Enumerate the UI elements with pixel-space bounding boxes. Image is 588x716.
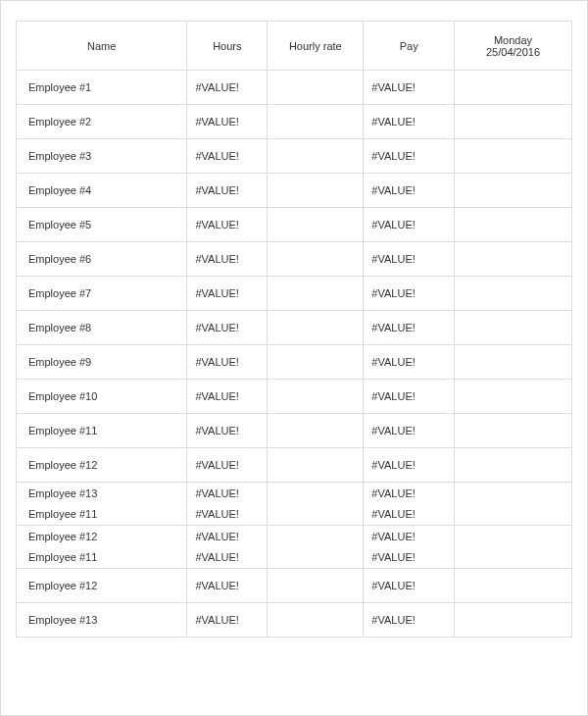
cell-name: Employee #1 [17, 71, 187, 105]
cell-rate [268, 483, 364, 504]
table-row: Employee #11#VALUE!#VALUE! [17, 504, 572, 526]
cell-rate [268, 569, 364, 603]
table-row: Employee #10#VALUE!#VALUE! [17, 380, 572, 414]
cell-name: Employee #2 [17, 105, 187, 139]
col-header-date: Monday 25/04/2016 [455, 22, 572, 71]
cell-hours: #VALUE! [187, 345, 268, 380]
col-header-date-value: 25/04/2016 [486, 46, 540, 58]
table-body: Employee #1#VALUE!#VALUE!Employee #2#VAL… [17, 71, 572, 638]
cell-hours: #VALUE! [187, 311, 268, 345]
cell-date [455, 174, 572, 208]
cell-date [455, 311, 572, 345]
cell-pay: #VALUE! [364, 242, 455, 277]
cell-date [455, 483, 572, 504]
cell-rate [268, 105, 364, 139]
table-row: Employee #12#VALUE!#VALUE! [17, 448, 572, 483]
cell-pay: #VALUE! [364, 526, 455, 547]
cell-pay: #VALUE! [364, 569, 455, 603]
cell-hours: #VALUE! [187, 483, 268, 504]
page-frame: Name Hours Hourly rate Pay Monday 25/04/… [0, 0, 588, 716]
cell-rate [268, 380, 364, 414]
cell-rate [268, 242, 364, 277]
cell-rate [268, 174, 364, 208]
cell-date [455, 526, 572, 547]
col-header-date-day: Monday [494, 34, 532, 46]
table-row: Employee #13#VALUE!#VALUE! [17, 603, 572, 638]
cell-name: Employee #13 [17, 603, 187, 638]
table-row: Employee #7#VALUE!#VALUE! [17, 277, 572, 311]
cell-date [455, 105, 572, 139]
cell-name: Employee #10 [17, 380, 187, 414]
cell-name: Employee #12 [17, 526, 187, 547]
table-row: Employee #11#VALUE!#VALUE! [17, 547, 572, 569]
table-row: Employee #8#VALUE!#VALUE! [17, 311, 572, 345]
table-header-row: Name Hours Hourly rate Pay Monday 25/04/… [17, 22, 572, 71]
cell-hours: #VALUE! [187, 414, 268, 448]
cell-hours: #VALUE! [187, 71, 268, 105]
cell-pay: #VALUE! [364, 504, 455, 526]
cell-rate [268, 208, 364, 242]
cell-date [455, 345, 572, 380]
cell-name: Employee #4 [17, 174, 187, 208]
table-row: Employee #6#VALUE!#VALUE! [17, 242, 572, 277]
cell-rate [268, 277, 364, 311]
cell-name: Employee #6 [17, 242, 187, 277]
cell-name: Employee #12 [17, 569, 187, 603]
cell-rate [268, 345, 364, 380]
cell-name: Employee #11 [17, 547, 187, 569]
cell-rate [268, 139, 364, 174]
cell-rate [268, 526, 364, 547]
cell-date [455, 208, 572, 242]
cell-hours: #VALUE! [187, 603, 268, 638]
cell-name: Employee #9 [17, 345, 187, 380]
cell-pay: #VALUE! [364, 71, 455, 105]
cell-date [455, 504, 572, 526]
cell-rate [268, 71, 364, 105]
cell-rate [268, 504, 364, 526]
cell-pay: #VALUE! [364, 603, 455, 638]
cell-date [455, 277, 572, 311]
cell-hours: #VALUE! [187, 277, 268, 311]
cell-pay: #VALUE! [364, 547, 455, 569]
table-row: Employee #9#VALUE!#VALUE! [17, 345, 572, 380]
cell-pay: #VALUE! [364, 380, 455, 414]
table-row: Employee #1#VALUE!#VALUE! [17, 71, 572, 105]
cell-pay: #VALUE! [364, 277, 455, 311]
cell-date [455, 242, 572, 277]
cell-name: Employee #8 [17, 311, 187, 345]
cell-hours: #VALUE! [187, 208, 268, 242]
cell-pay: #VALUE! [364, 448, 455, 483]
cell-name: Employee #11 [17, 414, 187, 448]
cell-date [455, 380, 572, 414]
cell-hours: #VALUE! [187, 242, 268, 277]
cell-date [455, 139, 572, 174]
cell-hours: #VALUE! [187, 569, 268, 603]
cell-hours: #VALUE! [187, 526, 268, 547]
cell-pay: #VALUE! [364, 414, 455, 448]
cell-hours: #VALUE! [187, 174, 268, 208]
cell-hours: #VALUE! [187, 448, 268, 483]
table-row: Employee #12#VALUE!#VALUE! [17, 526, 572, 547]
table-row: Employee #11#VALUE!#VALUE! [17, 414, 572, 448]
payroll-table: Name Hours Hourly rate Pay Monday 25/04/… [16, 21, 572, 638]
cell-date [455, 547, 572, 569]
cell-name: Employee #12 [17, 448, 187, 483]
cell-pay: #VALUE! [364, 174, 455, 208]
table-row: Employee #3#VALUE!#VALUE! [17, 139, 572, 174]
cell-pay: #VALUE! [364, 208, 455, 242]
cell-pay: #VALUE! [364, 139, 455, 174]
cell-rate [268, 547, 364, 569]
cell-date [455, 448, 572, 483]
cell-name: Employee #7 [17, 277, 187, 311]
cell-rate [268, 603, 364, 638]
cell-date [455, 603, 572, 638]
cell-pay: #VALUE! [364, 311, 455, 345]
col-header-pay: Pay [364, 22, 455, 71]
cell-name: Employee #3 [17, 139, 187, 174]
cell-rate [268, 311, 364, 345]
cell-name: Employee #5 [17, 208, 187, 242]
cell-pay: #VALUE! [364, 345, 455, 380]
cell-hours: #VALUE! [187, 547, 268, 569]
table-row: Employee #12#VALUE!#VALUE! [17, 569, 572, 603]
cell-hours: #VALUE! [187, 380, 268, 414]
